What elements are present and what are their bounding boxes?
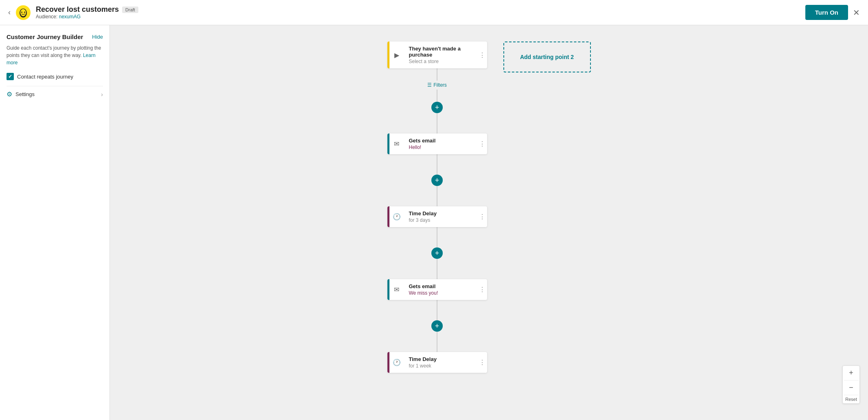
header: ‹ Recover lost customers Draft Audience:…: [0, 0, 868, 25]
connector-line: [437, 300, 437, 320]
header-left: ‹ Recover lost customers Draft Audience:…: [8, 5, 138, 20]
email-icon: ✉: [389, 279, 404, 300]
node-title: Gets email: [409, 138, 472, 144]
add-button-3[interactable]: +: [431, 247, 443, 259]
gear-icon: ⚙: [7, 90, 12, 98]
title-block: Recover lost customers Draft Audience: n…: [36, 5, 138, 20]
node-subtitle: Hello!: [409, 144, 472, 150]
connector-line: [437, 90, 437, 102]
node-menu-button[interactable]: ⋮: [477, 133, 487, 154]
draft-badge: Draft: [122, 7, 138, 13]
sidebar: Customer Journey Builder Hide Guide each…: [0, 25, 110, 420]
connector-line: [437, 186, 437, 206]
settings-row[interactable]: ⚙ Settings ›: [7, 86, 103, 102]
main-layout: Customer Journey Builder Hide Guide each…: [0, 25, 868, 420]
connector-line: [437, 332, 437, 352]
svg-point-2: [20, 9, 26, 16]
connector: ☰ Filters +: [427, 68, 447, 133]
audience-text: Audience: nexumAG: [36, 14, 138, 20]
connector: +: [431, 154, 443, 206]
connector-line: [437, 68, 437, 81]
clock-icon: 🕐: [389, 352, 404, 373]
connector-line: [437, 113, 437, 133]
node-menu-button[interactable]: ⋮: [477, 206, 487, 227]
journey-container: ▶ They haven't made a purchase Select a …: [118, 33, 860, 381]
email-node-1[interactable]: ✉ Gets email Hello! ⋮: [387, 133, 487, 154]
node-title: They haven't made a purchase: [409, 46, 472, 58]
clock-icon: 🕐: [389, 206, 404, 227]
title-row: Recover lost customers Draft: [36, 5, 138, 14]
sidebar-description: Guide each contact's journey by plotting…: [7, 44, 103, 66]
zoom-reset-button[interactable]: Reset: [843, 395, 859, 403]
add-button-2[interactable]: +: [431, 175, 443, 186]
connector-line: [437, 227, 437, 247]
email-icon: ✉: [389, 133, 404, 154]
svg-point-3: [21, 11, 22, 13]
settings-left: ⚙ Settings: [7, 90, 35, 98]
filters-label[interactable]: ☰ Filters: [427, 82, 447, 88]
node-subtitle: We miss you!: [409, 290, 472, 296]
add-starting-point-2-button[interactable]: Add starting point 2: [503, 42, 591, 72]
connector-line: [437, 154, 437, 175]
node-subtitle: for 1 week: [409, 363, 472, 369]
chevron-right-icon: ›: [101, 91, 103, 98]
add-button-4[interactable]: +: [431, 320, 443, 332]
connector: +: [431, 227, 443, 279]
sidebar-title: Customer Journey Builder: [7, 33, 83, 40]
back-button[interactable]: ‹: [8, 8, 11, 17]
page-title: Recover lost customers: [36, 5, 119, 14]
close-button[interactable]: ✕: [853, 8, 860, 18]
node-content: They haven't made a purchase Select a st…: [404, 42, 477, 68]
connector: +: [431, 300, 443, 352]
audience-link[interactable]: nexumAG: [59, 14, 81, 20]
zoom-out-button[interactable]: −: [844, 381, 859, 395]
add-button-1[interactable]: +: [431, 102, 443, 113]
journey-column-main: ▶ They haven't made a purchase Select a …: [387, 42, 487, 373]
email-node-2[interactable]: ✉ Gets email We miss you! ⋮: [387, 279, 487, 300]
zoom-in-button[interactable]: +: [844, 366, 859, 381]
node-menu-button[interactable]: ⋮: [477, 352, 487, 373]
delay-node-2[interactable]: 🕐 Time Delay for 1 week ⋮: [387, 352, 487, 373]
node-title: Time Delay: [409, 210, 472, 217]
play-icon: ▶: [389, 42, 404, 68]
mailchimp-logo: [15, 5, 31, 20]
contact-repeats-label: Contact repeats journey: [17, 74, 73, 80]
connector-line: [437, 259, 437, 279]
zoom-controls: + − Reset: [842, 365, 860, 404]
node-menu-button[interactable]: ⋮: [477, 42, 487, 68]
node-content: Time Delay for 3 days: [404, 206, 477, 227]
node-content: Gets email We miss you!: [404, 279, 477, 300]
turn-on-button[interactable]: Turn On: [805, 5, 848, 20]
hide-link[interactable]: Hide: [92, 34, 103, 40]
checkbox-icon: [7, 73, 14, 80]
canvas: ▶ They haven't made a purchase Select a …: [110, 25, 868, 420]
starting-point-1[interactable]: ▶ They haven't made a purchase Select a …: [387, 42, 487, 68]
contact-repeats-row[interactable]: Contact repeats journey: [7, 73, 103, 80]
sidebar-header: Customer Journey Builder Hide: [7, 33, 103, 40]
node-title: Gets email: [409, 283, 472, 289]
delay-node-1[interactable]: 🕐 Time Delay for 3 days ⋮: [387, 206, 487, 227]
journey-column-secondary: Add starting point 2: [503, 42, 591, 373]
node-menu-button[interactable]: ⋮: [477, 279, 487, 300]
node-content: Time Delay for 1 week: [404, 352, 477, 373]
settings-label: Settings: [15, 91, 35, 97]
node-content: Gets email Hello!: [404, 133, 477, 154]
node-subtitle: Select a store: [409, 59, 472, 64]
node-subtitle: for 3 days: [409, 217, 472, 223]
header-right: Turn On ✕: [805, 5, 860, 20]
svg-point-4: [24, 11, 25, 13]
node-title: Time Delay: [409, 356, 472, 362]
